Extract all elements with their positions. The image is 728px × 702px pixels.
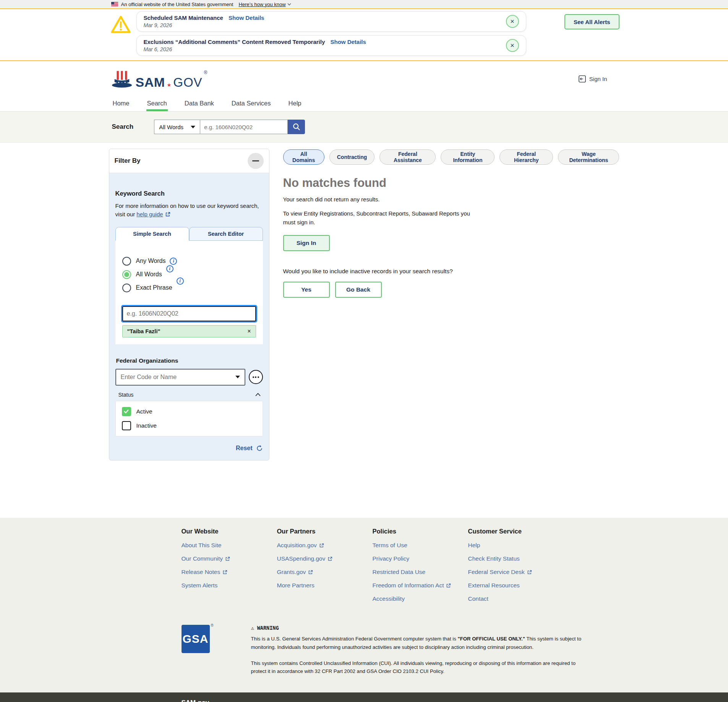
footer-link[interactable]: More Partners	[277, 582, 373, 589]
close-icon[interactable]: ×	[506, 39, 519, 52]
alert-title: Exclusions “Additional Comments” Content…	[144, 39, 325, 45]
chevron-up-icon[interactable]	[255, 393, 261, 396]
domain-pills: All Domains Contracting Federal Assistan…	[283, 149, 619, 165]
footer-link[interactable]: Acquisition.gov	[277, 542, 373, 549]
collapse-filters-button[interactable]	[248, 153, 264, 169]
info-icon[interactable]: i	[166, 265, 173, 272]
help-guide-link[interactable]: help guide	[136, 210, 170, 219]
filter-panel-title: Filter By	[115, 157, 141, 165]
nav-item-home[interactable]: Home	[112, 96, 130, 111]
radio-circle-selected[interactable]	[122, 270, 131, 279]
keyword-help-text: For more information on how to use our k…	[115, 202, 263, 219]
show-details-link[interactable]: Show Details	[229, 15, 264, 21]
filter-panel: Filter By Keyword Search For more inform…	[109, 149, 269, 460]
banner-how-you-know-link[interactable]: Here’s how you know	[238, 2, 291, 7]
radio-circle[interactable]	[122, 284, 131, 292]
footer-link[interactable]: Freedom of Information Act	[373, 582, 468, 589]
footer-col-our-website: Our Website About This Site Our Communit…	[182, 528, 277, 609]
footer-link[interactable]: Federal Service Desk	[468, 569, 564, 576]
footer-link[interactable]: External Resources	[468, 582, 564, 589]
alert-content: Scheduled SAM Maintenance Show Details M…	[144, 15, 264, 28]
checkbox-checked-icon[interactable]	[122, 407, 131, 416]
main-nav: Home Search Data Bank Data Services Help	[0, 96, 728, 112]
footer-link[interactable]: Terms of Use	[373, 542, 468, 549]
see-all-alerts-button[interactable]: See All Alerts	[564, 14, 619, 29]
alert-date: Mar 9, 2026	[144, 22, 264, 28]
alert-content: Exclusions “Additional Comments” Content…	[144, 39, 366, 52]
federal-organizations-select[interactable]	[115, 369, 245, 386]
footer-link[interactable]: Privacy Policy	[373, 555, 468, 562]
checkbox-unchecked-icon[interactable]	[122, 421, 131, 430]
search-button[interactable]	[288, 120, 305, 134]
radio-any-words[interactable]: Any Words i	[122, 257, 256, 266]
keyword-input[interactable]	[122, 306, 256, 321]
nav-item-search[interactable]: Search	[146, 96, 168, 111]
pill-all-domains[interactable]: All Domains	[283, 149, 324, 165]
footer-link[interactable]: USASpending.gov	[277, 555, 373, 562]
caret-down-icon	[235, 376, 240, 378]
external-link-icon	[225, 556, 230, 561]
sign-in-notice: To view Entity Registrations, Subcontrac…	[283, 209, 476, 227]
checkbox-active[interactable]: Active	[122, 407, 256, 416]
header-sign-in-link[interactable]: Sign In	[578, 75, 607, 83]
sign-in-button[interactable]: Sign In	[283, 235, 330, 251]
nav-item-data-services[interactable]: Data Services	[231, 96, 272, 111]
chevron-down-icon	[287, 3, 291, 6]
pill-contracting[interactable]: Contracting	[329, 149, 375, 165]
info-icon[interactable]: i	[170, 258, 177, 265]
footer-link[interactable]: Restricted Data Use	[373, 569, 468, 576]
footer-link[interactable]: System Alerts	[182, 582, 277, 589]
search-results: All Domains Contracting Federal Assistan…	[283, 149, 619, 298]
radio-circle[interactable]	[122, 257, 131, 266]
footer-link[interactable]: Accessibility	[373, 595, 468, 602]
chip-close-icon[interactable]: ×	[247, 328, 251, 335]
main-area: Filter By Keyword Search For more inform…	[0, 143, 728, 518]
reset-filters-link[interactable]: Reset	[236, 445, 253, 452]
checkbox-inactive[interactable]: Inactive	[122, 421, 256, 430]
logo-text-gov: GOV	[173, 77, 202, 88]
footer-link[interactable]: Grants.gov	[277, 569, 373, 576]
pill-federal-assistance[interactable]: Federal Assistance	[379, 149, 436, 165]
footer-link[interactable]: Release Notes	[182, 569, 277, 576]
simple-search-panel: Any Words i All Words i Exact Phrase i	[115, 240, 263, 344]
info-icon[interactable]: i	[177, 277, 184, 285]
radio-exact-phrase[interactable]: Exact Phrase i	[122, 284, 256, 292]
federal-organizations-input[interactable]	[121, 374, 235, 381]
keyword-search-title: Keyword Search	[115, 190, 263, 197]
search-scope-select[interactable]: All Words	[154, 120, 200, 134]
footer-link[interactable]: Contact	[468, 595, 564, 602]
alert-date: Mar 6, 2026	[144, 46, 366, 52]
top-search-input[interactable]	[200, 120, 288, 134]
close-icon[interactable]: ×	[506, 15, 519, 28]
tab-search-editor[interactable]: Search Editor	[189, 227, 263, 241]
samgov-logo[interactable]: SAM ★ GOV ®	[111, 69, 208, 88]
more-options-button[interactable]	[249, 370, 263, 384]
radio-all-words[interactable]: All Words i	[122, 270, 256, 279]
pill-wage-determinations[interactable]: Wage Determinations	[558, 149, 619, 165]
external-link-icon	[446, 583, 451, 588]
pill-entity-information[interactable]: Entity Information	[441, 149, 495, 165]
site-footer: Our Website About This Site Our Communit…	[0, 518, 728, 692]
no-matches-heading: No matches found	[283, 176, 619, 190]
footer-link[interactable]: Check Entity Status	[468, 555, 564, 562]
external-link-icon	[319, 543, 324, 548]
yes-button[interactable]: Yes	[283, 282, 330, 298]
search-row: Search All Words	[0, 112, 728, 143]
search-icon	[292, 123, 301, 131]
include-inactive-question: Would you like to include inactive recor…	[283, 268, 619, 275]
nav-item-help[interactable]: Help	[288, 96, 302, 111]
pill-federal-hierarchy[interactable]: Federal Hierarchy	[499, 149, 553, 165]
external-link-icon	[308, 570, 313, 575]
show-details-link[interactable]: Show Details	[330, 39, 366, 45]
external-link-icon	[222, 570, 227, 575]
footer-link[interactable]: Help	[468, 542, 564, 549]
status-label: Status	[118, 392, 134, 398]
footer-link[interactable]: About This Site	[182, 542, 277, 549]
footer-link[interactable]: Our Community	[182, 555, 277, 562]
tab-simple-search[interactable]: Simple Search	[115, 227, 189, 241]
reset-icon[interactable]	[256, 445, 263, 452]
go-back-button[interactable]: Go Back	[335, 282, 382, 298]
minus-icon	[252, 160, 259, 162]
nav-item-data-bank[interactable]: Data Bank	[184, 96, 215, 111]
logo-text-sam: SAM	[136, 76, 165, 88]
